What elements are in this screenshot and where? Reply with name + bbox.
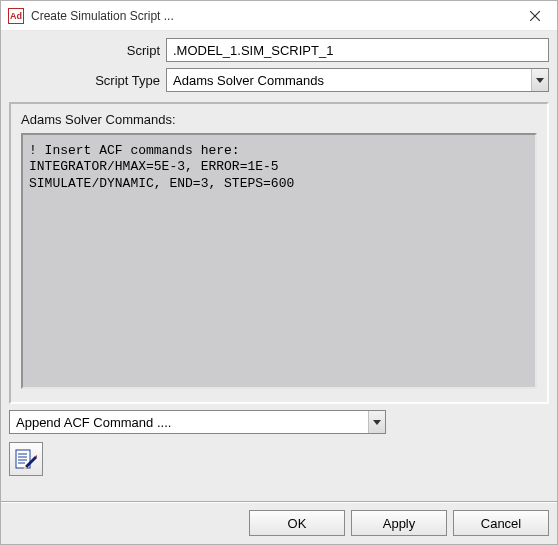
ok-button[interactable]: OK bbox=[249, 510, 345, 536]
solver-commands-label: Adams Solver Commands: bbox=[21, 112, 537, 127]
row-script-type: Script Type Adams Solver Commands bbox=[9, 68, 549, 92]
edit-tool-button[interactable] bbox=[9, 442, 43, 476]
dropdown-arrow-icon bbox=[531, 69, 548, 91]
script-input[interactable] bbox=[166, 38, 549, 62]
solver-commands-group: Adams Solver Commands: bbox=[9, 102, 549, 404]
cancel-button[interactable]: Cancel bbox=[453, 510, 549, 536]
notepad-pencil-icon bbox=[15, 448, 37, 470]
row-script: Script bbox=[9, 38, 549, 62]
form-rows: Script Script Type Adams Solver Commands bbox=[1, 31, 557, 102]
script-label: Script bbox=[9, 43, 166, 58]
solver-commands-textarea[interactable] bbox=[21, 133, 537, 389]
dialog-window: Ad Create Simulation Script ... Script S… bbox=[0, 0, 558, 545]
close-button[interactable] bbox=[512, 1, 557, 30]
svg-marker-3 bbox=[373, 420, 381, 425]
close-icon bbox=[530, 11, 540, 21]
lower-controls: Append ACF Command .... bbox=[9, 410, 549, 434]
script-type-label: Script Type bbox=[9, 73, 166, 88]
dropdown-arrow-icon bbox=[368, 411, 385, 433]
app-icon: Ad bbox=[8, 8, 24, 24]
apply-button[interactable]: Apply bbox=[351, 510, 447, 536]
footer: OK Apply Cancel bbox=[1, 501, 557, 544]
titlebar: Ad Create Simulation Script ... bbox=[1, 1, 557, 31]
append-command-select[interactable]: Append ACF Command .... bbox=[9, 410, 386, 434]
window-title: Create Simulation Script ... bbox=[31, 9, 512, 23]
append-command-value: Append ACF Command .... bbox=[16, 415, 368, 430]
client-area: Script Script Type Adams Solver Commands… bbox=[1, 31, 557, 544]
script-type-select[interactable]: Adams Solver Commands bbox=[166, 68, 549, 92]
script-type-value: Adams Solver Commands bbox=[173, 73, 531, 88]
svg-marker-2 bbox=[536, 78, 544, 83]
